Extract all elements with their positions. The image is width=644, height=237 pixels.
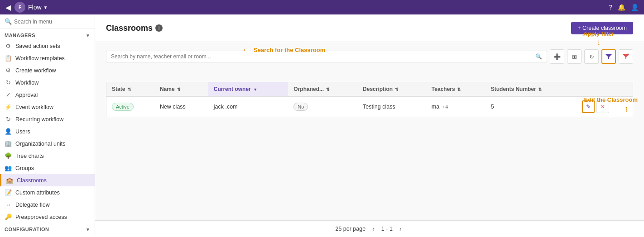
main-layout: 🔍 MANAGERS ▼ ⚙ Saved action sets 📋 Workf… bbox=[0, 14, 644, 237]
users-icon: 👤 bbox=[5, 128, 12, 135]
cell-description: Testing class bbox=[357, 96, 426, 117]
col-orphaned[interactable]: Orphaned... ⇅ bbox=[288, 82, 357, 97]
sidebar-item-label: Tree charts bbox=[15, 153, 44, 159]
sidebar-item-label: Groups bbox=[15, 165, 34, 171]
table-area: 🔍 ➕ ⊞ ↻ bbox=[95, 42, 644, 220]
sidebar-item-label: Organizational units bbox=[15, 141, 65, 147]
sidebar-item-label: Custom attributes bbox=[15, 190, 60, 196]
search-wrap: 🔍 bbox=[106, 51, 547, 62]
refresh-button[interactable]: ↻ bbox=[584, 49, 599, 64]
col-teachers-label: Teachers bbox=[432, 86, 455, 92]
cell-state: Active bbox=[106, 96, 154, 117]
grid-view-button[interactable]: ⊞ bbox=[567, 49, 582, 64]
cell-students-number: 5 bbox=[485, 96, 577, 117]
sidebar-item-label: Preapproved access bbox=[15, 214, 67, 220]
toolbar-container: 🔍 ➕ ⊞ ↻ bbox=[106, 49, 633, 64]
groups-icon: 👥 bbox=[5, 165, 12, 171]
app-logo: F bbox=[14, 2, 25, 13]
next-page-button[interactable]: › bbox=[397, 224, 404, 233]
managers-section-title: MANAGERS bbox=[5, 33, 35, 38]
back-button[interactable]: ◀ bbox=[5, 3, 11, 12]
cell-teachers: ma +4 bbox=[426, 96, 485, 117]
page-info-icon[interactable]: i bbox=[155, 24, 163, 32]
sidebar-item-create-workflow[interactable]: ⚙ Create workflow bbox=[0, 64, 95, 76]
sidebar: 🔍 MANAGERS ▼ ⚙ Saved action sets 📋 Workf… bbox=[0, 14, 95, 237]
sidebar-item-label: Workflow templates bbox=[15, 55, 65, 62]
sidebar-item-label: Event workflow bbox=[15, 104, 53, 110]
prev-page-button[interactable]: ‹ bbox=[370, 224, 377, 233]
sidebar-item-label: Users bbox=[15, 128, 30, 135]
help-icon[interactable]: ? bbox=[609, 4, 612, 11]
sidebar-item-preapproved-access[interactable]: 🔑 Preapproved access bbox=[0, 211, 95, 223]
configuration-chevron-icon[interactable]: ▼ bbox=[86, 227, 90, 232]
search-icon: 🔍 bbox=[5, 18, 12, 25]
filter-button[interactable] bbox=[601, 49, 616, 64]
workflow-icon: ↻ bbox=[5, 79, 12, 86]
col-students-number[interactable]: Students Number ⇅ bbox=[485, 82, 577, 97]
col-state[interactable]: State ⇅ bbox=[106, 82, 154, 97]
configuration-section-title: CONFIGURATION bbox=[5, 227, 49, 232]
sidebar-item-label: Workflow bbox=[15, 80, 38, 86]
sidebar-search-input[interactable] bbox=[14, 19, 90, 25]
content-header: Classrooms i + Create classroom bbox=[95, 14, 644, 42]
sort-icon-name: ⇅ bbox=[177, 87, 181, 92]
managers-chevron-icon[interactable]: ▼ bbox=[86, 33, 90, 38]
edit-annotation: Edit the Classroom ↑ bbox=[584, 96, 638, 113]
orphaned-badge: No bbox=[293, 103, 308, 111]
col-teachers[interactable]: Teachers ⇅ bbox=[426, 82, 485, 97]
app-title: Flow bbox=[28, 4, 42, 11]
owner-name: jack bbox=[214, 104, 224, 110]
col-current-owner[interactable]: Current owner ▼ bbox=[208, 82, 288, 97]
app-menu-chevron[interactable]: ▼ bbox=[43, 5, 48, 10]
managers-section-header: MANAGERS ▼ bbox=[0, 29, 95, 40]
topbar: ◀ F Flow ▼ ? 🔔 👤 bbox=[0, 0, 644, 14]
col-description-label: Description bbox=[363, 86, 393, 92]
teachers-extra: +4 bbox=[442, 104, 448, 109]
sidebar-item-label: Approval bbox=[15, 92, 38, 98]
table-row: Active New class jack .com No Testing cl… bbox=[106, 96, 633, 117]
notification-bell-icon[interactable]: 🔔 bbox=[618, 4, 625, 11]
sidebar-item-settings[interactable]: ⚙ Settings bbox=[0, 234, 95, 237]
sidebar-item-custom-attributes[interactable]: 📝 Custom attributes bbox=[0, 186, 95, 199]
sort-icon-owner: ▼ bbox=[253, 87, 257, 92]
sort-icon-teachers: ⇅ bbox=[457, 87, 461, 92]
sidebar-item-workflow[interactable]: ↻ Workflow bbox=[0, 76, 95, 89]
custom-attributes-icon: 📝 bbox=[5, 189, 12, 196]
col-orphaned-label: Orphaned... bbox=[293, 86, 324, 92]
sidebar-item-tree-charts[interactable]: 🌳 Tree charts bbox=[0, 150, 95, 162]
sidebar-item-users[interactable]: 👤 Users bbox=[0, 125, 95, 137]
col-owner-label: Current owner bbox=[214, 86, 251, 92]
clear-filter-button[interactable] bbox=[619, 49, 633, 64]
sidebar-item-event-workflow[interactable]: ⚡ Event workflow bbox=[0, 101, 95, 113]
status-badge: Active bbox=[112, 103, 134, 111]
content-area: Classrooms i + Create classroom 🔍 ➕ ⊞ ↻ bbox=[95, 14, 644, 237]
col-students-label: Students Number bbox=[491, 86, 536, 92]
tree-charts-icon: 🌳 bbox=[5, 152, 12, 159]
classrooms-icon: 🏫 bbox=[6, 177, 13, 184]
sidebar-item-label: Classrooms bbox=[17, 177, 47, 184]
add-column-button[interactable]: ➕ bbox=[550, 49, 564, 64]
user-avatar-icon[interactable]: 👤 bbox=[631, 4, 639, 11]
sidebar-item-recurring-workflow[interactable]: ↻ Recurring workflow bbox=[0, 113, 95, 125]
workflow-templates-icon: 📋 bbox=[5, 55, 12, 62]
sort-icon-orphaned: ⇅ bbox=[326, 87, 330, 92]
edit-annotation-label: Edit the Classroom bbox=[584, 96, 638, 103]
sort-icon-students: ⇅ bbox=[538, 87, 542, 92]
page-title: Classrooms bbox=[106, 24, 153, 33]
col-actions bbox=[577, 82, 633, 97]
sidebar-item-saved-action-sets[interactable]: ⚙ Saved action sets bbox=[0, 40, 95, 52]
pagination-area: 25 per page ‹ 1 - 1 › bbox=[95, 220, 644, 237]
sidebar-item-approval[interactable]: ✓ Approval bbox=[0, 89, 95, 101]
col-name-label: Name bbox=[160, 86, 175, 92]
filter-annotation: Apply filter ↓ bbox=[583, 30, 614, 46]
col-description[interactable]: Description ⇅ bbox=[357, 82, 426, 97]
sidebar-item-delegate-flow[interactable]: ↔ Delegate flow bbox=[0, 199, 95, 211]
sidebar-item-workflow-templates[interactable]: 📋 Workflow templates bbox=[0, 52, 95, 64]
sidebar-item-org-units[interactable]: 🏢 Organizational units bbox=[0, 137, 95, 150]
sidebar-item-groups[interactable]: 👥 Groups bbox=[0, 162, 95, 174]
col-name[interactable]: Name ⇅ bbox=[154, 82, 208, 97]
classrooms-table: State ⇅ Name ⇅ Current owner ▼ bbox=[106, 82, 633, 117]
sidebar-item-classrooms[interactable]: 🏫 Classrooms bbox=[0, 174, 95, 186]
owner-email: .com bbox=[225, 104, 237, 110]
table-header-row: State ⇅ Name ⇅ Current owner ▼ bbox=[106, 82, 633, 97]
